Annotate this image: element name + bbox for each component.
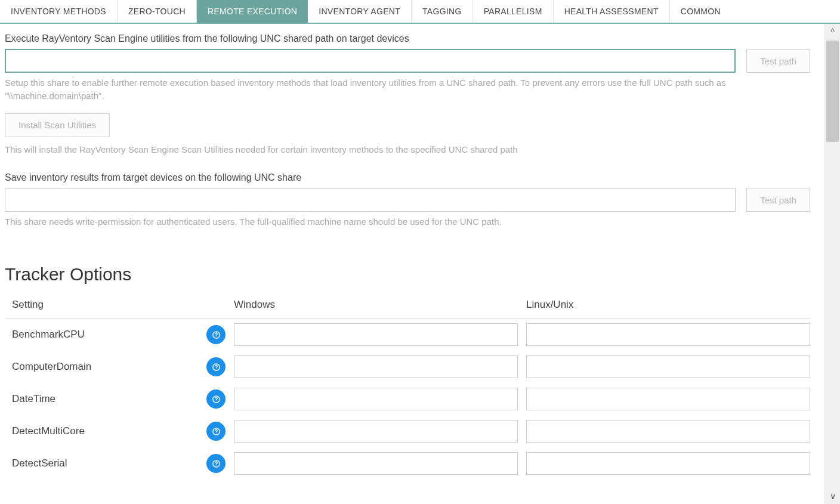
linux-input[interactable] bbox=[526, 355, 810, 378]
linux-input[interactable] bbox=[526, 420, 810, 443]
windows-input[interactable] bbox=[234, 388, 518, 410]
windows-input[interactable] bbox=[234, 420, 518, 443]
windows-input[interactable] bbox=[234, 355, 518, 378]
tab-remote-execution[interactable]: REMOTE EXECUTION bbox=[197, 0, 308, 23]
unc-exec-input[interactable] bbox=[5, 49, 736, 73]
unc-save-help: This share needs write-permission for au… bbox=[5, 215, 727, 228]
tab-inventory-agent[interactable]: INVENTORY AGENT bbox=[308, 0, 412, 23]
unc-save-input[interactable] bbox=[5, 188, 736, 212]
svg-point-1 bbox=[216, 336, 217, 337]
help-icon[interactable] bbox=[206, 422, 226, 441]
tracker-header-row: Setting Windows Linux/Unix bbox=[5, 299, 810, 319]
help-icon[interactable] bbox=[206, 357, 226, 376]
install-help: This will install the RayVentory Scan En… bbox=[5, 143, 727, 156]
setting-name: ComputerDomain bbox=[12, 361, 191, 373]
tracker-options-heading: Tracker Options bbox=[5, 264, 820, 285]
test-path-save-button[interactable]: Test path bbox=[746, 188, 810, 212]
windows-input[interactable] bbox=[234, 452, 518, 475]
setting-name: DetectSerial bbox=[12, 457, 191, 469]
unc-exec-help: Setup this share to enable further remot… bbox=[5, 76, 727, 103]
vertical-scrollbar[interactable]: ^ ∨ bbox=[824, 24, 840, 504]
tracker-row: ComputerDomain bbox=[5, 351, 810, 383]
svg-point-5 bbox=[216, 401, 217, 401]
col-setting: Setting bbox=[12, 299, 191, 311]
svg-point-9 bbox=[216, 465, 217, 466]
scrollbar-thumb[interactable] bbox=[826, 41, 839, 142]
linux-input[interactable] bbox=[526, 323, 810, 346]
scroll-down-arrow-icon[interactable]: ∨ bbox=[825, 488, 840, 504]
setting-name: DateTime bbox=[12, 393, 191, 405]
tab-common[interactable]: COMMON bbox=[670, 0, 731, 23]
tracker-row: BenchmarkCPU bbox=[5, 319, 810, 351]
tracker-table: Setting Windows Linux/Unix BenchmarkCPU … bbox=[5, 299, 810, 480]
install-scan-utilities-button[interactable]: Install Scan Utilities bbox=[5, 113, 110, 137]
setting-name: DetectMultiCore bbox=[12, 425, 191, 437]
windows-input[interactable] bbox=[234, 323, 518, 346]
tab-inventory-methods[interactable]: INVENTORY METHODS bbox=[0, 0, 118, 23]
help-icon[interactable] bbox=[206, 454, 226, 473]
svg-point-7 bbox=[216, 433, 217, 434]
tab-zero-touch[interactable]: ZERO-TOUCH bbox=[118, 0, 197, 23]
tab-tagging[interactable]: TAGGING bbox=[412, 0, 473, 23]
tab-parallelism[interactable]: PARALLELISM bbox=[473, 0, 554, 23]
unc-exec-label: Execute RayVentory Scan Engine utilities… bbox=[5, 33, 820, 44]
help-icon[interactable] bbox=[206, 325, 226, 344]
tab-health-assessment[interactable]: HEALTH ASSESSMENT bbox=[554, 0, 670, 23]
svg-point-3 bbox=[216, 369, 217, 369]
tracker-row: DateTime bbox=[5, 383, 810, 415]
linux-input[interactable] bbox=[526, 452, 810, 475]
tab-bar: INVENTORY METHODS ZERO-TOUCH REMOTE EXEC… bbox=[0, 0, 840, 24]
help-icon[interactable] bbox=[206, 389, 226, 409]
linux-input[interactable] bbox=[526, 388, 810, 410]
col-linux: Linux/Unix bbox=[526, 299, 810, 311]
test-path-exec-button[interactable]: Test path bbox=[746, 49, 810, 73]
unc-save-label: Save inventory results from target devic… bbox=[5, 172, 820, 183]
col-windows: Windows bbox=[234, 299, 518, 311]
setting-name: BenchmarkCPU bbox=[12, 329, 191, 341]
scroll-up-arrow-icon[interactable]: ^ bbox=[825, 24, 840, 39]
tracker-row: DetectMultiCore bbox=[5, 415, 810, 447]
content-pane: Execute RayVentory Scan Engine utilities… bbox=[0, 24, 824, 504]
tracker-row: DetectSerial bbox=[5, 447, 810, 480]
